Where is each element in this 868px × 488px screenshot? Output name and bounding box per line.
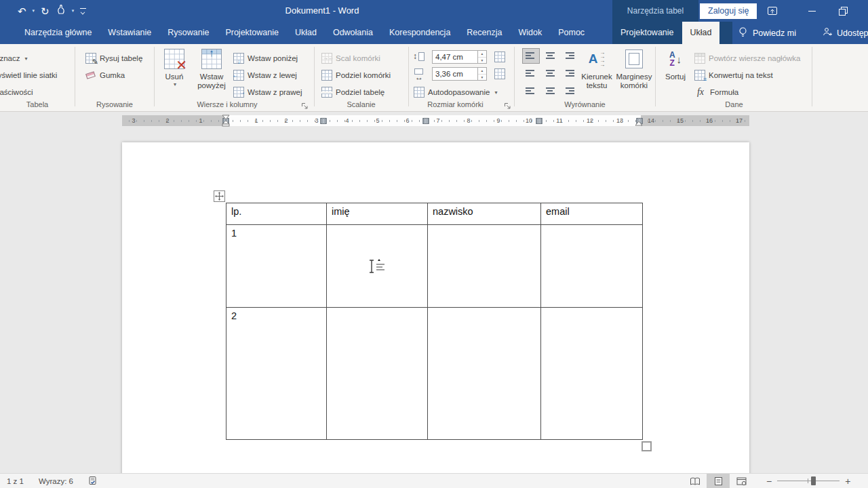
eraser-icon — [85, 70, 96, 81]
ribbon-item-wyświetl-linie-siatki[interactable]: Wyświetl linie siatki — [0, 68, 57, 83]
ruler-column-marker[interactable] — [321, 118, 327, 124]
touch-mode-dropdown-icon[interactable]: ▾ — [72, 8, 75, 14]
tab-pomoc[interactable]: Pomoc — [550, 22, 593, 44]
ribbon-display-options-icon[interactable] — [761, 0, 784, 22]
table-cell[interactable]: 2 — [226, 308, 327, 440]
undo-icon[interactable]: ↶ — [18, 6, 26, 16]
print-layout-icon[interactable] — [707, 474, 730, 488]
align-top-left-button[interactable] — [522, 48, 540, 64]
text-direction-button[interactable]: A→→→→ Kierunek tekstu — [580, 46, 614, 100]
tab-korespondencja[interactable]: Korespondencja — [381, 22, 458, 44]
column-width-input[interactable] — [432, 67, 478, 81]
table-cell[interactable] — [428, 308, 541, 440]
ruler-mark: 2 — [284, 115, 288, 126]
sign-in-button[interactable]: Zaloguj się — [700, 3, 757, 19]
table-cell[interactable]: 1 — [226, 225, 327, 308]
align-center-center-button[interactable] — [541, 65, 559, 81]
align-bottom-left-button[interactable] — [522, 82, 540, 98]
insert-above-button[interactable]: ↑ Wstaw powyżej — [193, 46, 231, 100]
main-tabs: Narzędzia główneWstawianieRysowanieProje… — [16, 22, 593, 44]
read-mode-icon[interactable] — [684, 474, 707, 488]
ribbon-item-wstaw-poniżej[interactable]: ↓Wstaw poniżej — [233, 51, 298, 66]
ribbon-item-zaznacz[interactable]: Zaznacz▾ — [0, 51, 27, 66]
ribbon-item-gumka[interactable]: Gumka — [85, 68, 125, 83]
group-label-dane: Dane — [656, 100, 812, 108]
right-indent-icon[interactable] — [635, 121, 643, 127]
table-header-cell[interactable]: email — [541, 203, 643, 225]
group-wiersze-i-kolumny: ✕ Usuń ▾ ↑ Wstaw powyżej ↓Wstaw poniżej←… — [155, 44, 313, 111]
ribbon-item-rysuj-tabelę[interactable]: ✎Rysuj tabelę — [85, 51, 142, 66]
ribbon-item-formuła[interactable]: fxFormuła — [694, 85, 738, 100]
document-table[interactable]: lp.imięnazwiskoemail12 — [226, 203, 643, 440]
tab-widok[interactable]: Widok — [510, 22, 550, 44]
table-header-cell[interactable]: imię — [327, 203, 428, 225]
minimize-icon[interactable] — [800, 0, 823, 22]
table-header-cell[interactable]: lp. — [226, 203, 327, 225]
table-header-cell[interactable]: nazwisko — [428, 203, 541, 225]
autofit-button[interactable]: Autodopasowanie ▾ — [414, 85, 497, 100]
align-center-right-button[interactable] — [560, 65, 578, 81]
zoom-slider[interactable] — [777, 474, 840, 488]
dialog-launcher-icon[interactable] — [301, 100, 311, 110]
row-height-input[interactable] — [432, 50, 478, 64]
touch-mode-icon[interactable] — [56, 4, 66, 18]
column-width-stepper[interactable]: ▴▾ — [478, 67, 487, 81]
distribute-columns-icon[interactable] — [494, 68, 505, 79]
web-layout-icon[interactable] — [730, 474, 753, 488]
delete-button[interactable]: ✕ Usuń ▾ — [159, 46, 190, 100]
contextual-tab-group: ProjektowanieUkład — [612, 22, 732, 44]
contextual-tab-projektowanie[interactable]: Projektowanie — [612, 22, 682, 44]
ribbon-item-właściwości[interactable]: Właściwości — [0, 85, 33, 100]
sort-button[interactable]: AZ↓ Sortuj — [660, 46, 690, 100]
align-bottom-right-button[interactable] — [560, 82, 578, 98]
word-count[interactable]: Wyrazy: 6 — [39, 477, 73, 485]
ruler-column-marker[interactable] — [536, 118, 542, 124]
share-button[interactable]: Udostępnij — [822, 22, 868, 44]
redo-icon[interactable]: ↻ — [41, 6, 50, 16]
align-center-left-button[interactable] — [522, 65, 540, 81]
contextual-tools-label: Narzędzia tabel — [627, 6, 684, 16]
tell-me-button[interactable]: Powiedz mi — [738, 22, 796, 44]
ribbon-item-konwertuj-na-tekst[interactable]: ≡Konwertuj na tekst — [694, 68, 773, 83]
cell-margins-button[interactable]: Marginesy komórki — [615, 46, 653, 100]
zoom-in-icon[interactable]: + — [845, 476, 850, 486]
align-top-right-button[interactable] — [560, 48, 578, 64]
ruler-mark: 3 — [315, 115, 318, 126]
tab-recenzja[interactable]: Recenzja — [458, 22, 510, 44]
row-height-stepper[interactable]: ▴▾ — [478, 50, 487, 64]
tab-odwołania[interactable]: Odwołania — [325, 22, 381, 44]
tab-rysowanie[interactable]: Rysowanie — [159, 22, 217, 44]
align-top-center-button[interactable] — [541, 48, 559, 64]
ribbon-item-podziel-komórki[interactable]: Podziel komórki — [321, 68, 391, 83]
table-cell[interactable] — [327, 308, 428, 440]
table-move-handle[interactable] — [214, 190, 225, 202]
contextual-tab-układ[interactable]: Układ — [682, 22, 720, 44]
zoom-out-icon[interactable]: − — [766, 476, 772, 486]
share-person-icon — [822, 26, 833, 39]
proofing-icon[interactable] — [88, 476, 98, 487]
table-resize-handle[interactable] — [642, 441, 652, 451]
ruler-mark: 15 — [677, 115, 684, 126]
tab-narzędzia-główne[interactable]: Narzędzia główne — [16, 22, 100, 44]
table-cell[interactable] — [541, 308, 643, 440]
table-cell[interactable] — [428, 225, 541, 308]
restore-icon[interactable] — [831, 0, 854, 22]
dialog-launcher-icon[interactable] — [504, 100, 513, 110]
tab-układ[interactable]: Układ — [287, 22, 325, 44]
customize-qat-icon[interactable] — [80, 8, 86, 14]
ribbon-item-wstaw-z-lewej[interactable]: ←Wstaw z lewej — [233, 68, 297, 83]
table-cell[interactable] — [541, 225, 643, 308]
indent-markers-icon[interactable] — [222, 115, 230, 127]
ruler-mark: 2 — [165, 115, 169, 126]
align-bottom-center-button[interactable] — [541, 82, 559, 98]
tab-projektowanie[interactable]: Projektowanie — [217, 22, 287, 44]
tab-wstawianie[interactable]: Wstawianie — [100, 22, 159, 44]
ribbon-item-wstaw-z-prawej[interactable]: →Wstaw z prawej — [233, 85, 302, 100]
distribute-rows-icon[interactable] — [494, 52, 505, 62]
page-indicator[interactable]: 1 z 1 — [7, 477, 24, 485]
zoom-slider-thumb[interactable] — [811, 476, 816, 485]
split-cells-icon — [321, 70, 332, 81]
undo-dropdown-icon[interactable]: ▾ — [33, 8, 35, 14]
ribbon-item-podziel-tabelę[interactable]: Podziel tabelę — [321, 85, 384, 100]
ruler-column-marker[interactable] — [423, 118, 429, 124]
